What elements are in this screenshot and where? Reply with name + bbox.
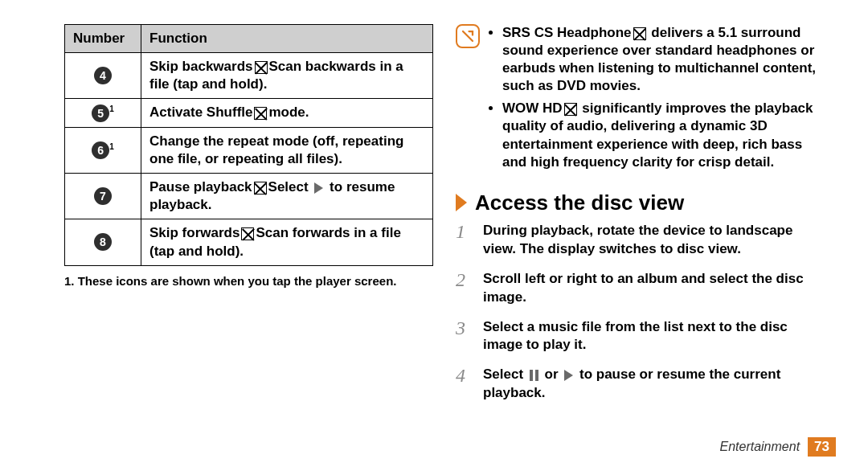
play-icon	[564, 370, 573, 381]
step-text: Select a music file from the list next t…	[483, 318, 825, 355]
footnote: 1. These icons are shown when you tap th…	[64, 274, 433, 288]
circled-number-icon: 7	[94, 187, 112, 205]
superscript: 1	[109, 142, 114, 151]
separator-glyph-icon	[254, 182, 267, 195]
row-number: 8	[65, 219, 141, 265]
row-number: 61	[65, 128, 141, 174]
separator-glyph-icon	[255, 61, 268, 74]
table-row: 4Skip backwardsScan backwards in a file …	[65, 53, 433, 99]
step-number: 3	[456, 318, 472, 355]
row-function: Activate Shufflemode.	[141, 99, 433, 128]
step-item: 3Select a music file from the list next …	[456, 318, 825, 355]
superscript: 1	[109, 104, 114, 113]
notes-list: SRS CS Headphone delivers a 5.1 surround…	[489, 24, 825, 176]
step-number: 2	[456, 270, 472, 307]
trademark-glyph-icon	[633, 27, 646, 40]
separator-glyph-icon	[241, 227, 254, 240]
row-function: Pause playbackSelect to resume playback.	[141, 174, 433, 219]
step-number: 4	[456, 366, 472, 403]
step-text: Scroll left or right to an album and sel…	[483, 270, 825, 307]
trademark-glyph-icon	[564, 103, 577, 116]
step-item: 2Scroll left or right to an album and se…	[456, 270, 825, 307]
section-heading: Access the disc view	[456, 190, 825, 215]
page-number: 73	[808, 437, 836, 457]
page: Number Function 4Skip backwardsScan back…	[0, 0, 868, 471]
header-number: Number	[65, 25, 141, 53]
table-row: 7Pause playbackSelect to resume playback…	[65, 174, 433, 219]
table-row: 8Skip forwardsScan forwards in a file (t…	[65, 219, 433, 265]
note-block: SRS CS Headphone delivers a 5.1 surround…	[456, 24, 825, 176]
note-item: SRS CS Headphone delivers a 5.1 surround…	[502, 24, 825, 95]
row-function: Skip backwardsScan backwards in a file (…	[141, 53, 433, 99]
row-function: Skip forwardsScan forwards in a file (ta…	[141, 219, 433, 265]
row-number: 51	[65, 99, 141, 128]
step-number: 1	[456, 222, 472, 259]
row-function: Change the repeat mode (off, repeating o…	[141, 128, 433, 174]
table-row: 51Activate Shufflemode.	[65, 99, 433, 128]
row-number: 4	[65, 53, 141, 99]
step-item: 1During playback, rotate the device to l…	[456, 222, 825, 259]
step-text: Select or to pause or resume the current…	[483, 366, 825, 403]
left-column: Number Function 4Skip backwardsScan back…	[32, 24, 444, 452]
right-column: SRS CS Headphone delivers a 5.1 surround…	[444, 24, 836, 452]
row-number: 7	[65, 174, 141, 219]
step-item: 4Select or to pause or resume the curren…	[456, 366, 825, 403]
pause-icon	[530, 370, 538, 381]
table-header-row: Number Function	[65, 25, 433, 53]
header-function: Function	[141, 25, 433, 53]
play-icon	[314, 182, 323, 194]
note-icon	[456, 24, 480, 48]
note-item: WOW HD significantly improves the playba…	[502, 100, 825, 170]
steps-list: 1During playback, rotate the device to l…	[456, 222, 825, 403]
chevron-right-icon	[456, 194, 467, 211]
circled-number-icon: 5	[92, 104, 109, 122]
table-row: 61Change the repeat mode (off, repeating…	[65, 128, 433, 174]
circled-number-icon: 8	[94, 233, 112, 251]
circled-number-icon: 4	[94, 67, 112, 84]
heading-text: Access the disc view	[475, 190, 684, 215]
separator-glyph-icon	[254, 107, 267, 120]
circled-number-icon: 6	[92, 141, 109, 159]
footer-section: Entertainment	[719, 440, 800, 454]
function-table: Number Function 4Skip backwardsScan back…	[64, 24, 433, 266]
page-footer: Entertainment 73	[719, 437, 836, 457]
step-text: During playback, rotate the device to la…	[483, 222, 825, 259]
